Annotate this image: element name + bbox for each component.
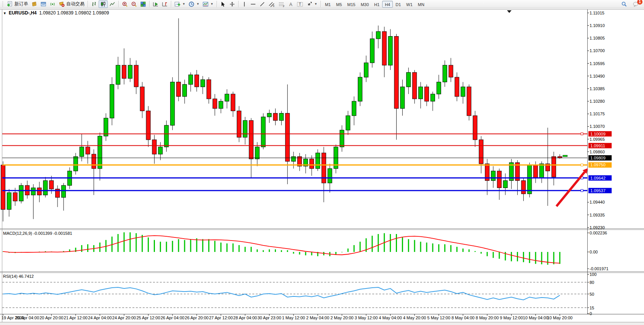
time-label: 26 Apr 04:00 (161, 315, 184, 320)
candle (430, 94, 435, 101)
market-watch-button[interactable] (39, 0, 48, 8)
text-label-button[interactable]: T (295, 0, 305, 8)
timeframe-m5[interactable]: M5 (333, 1, 344, 8)
line-chart-button[interactable] (108, 0, 117, 8)
zoom-out-button[interactable] (129, 0, 139, 8)
timeframe-h4[interactable]: H4 (382, 1, 393, 8)
macd-histogram-bar (129, 232, 131, 252)
time-label: 8 May 20:00 (476, 315, 499, 320)
separator (217, 1, 217, 7)
svg-text:1.10280: 1.10280 (590, 99, 605, 104)
symbol-ohlc: 1.09820 1.09839 1.09802 1.09809 (39, 10, 109, 16)
indicators-button[interactable]: ▼ (173, 0, 187, 8)
candle (443, 65, 447, 82)
macd-histogram-bar (287, 250, 288, 252)
candle (134, 65, 138, 87)
chart-shift-button[interactable] (160, 0, 169, 8)
timeframe-w1[interactable]: W1 (403, 1, 415, 8)
candle (62, 185, 66, 198)
svg-text:100: 100 (590, 272, 596, 277)
macd-histogram-bar (305, 252, 306, 255)
svg-text:1.10490: 1.10490 (590, 74, 605, 78)
candlestick-chart-button[interactable] (99, 0, 108, 8)
symbol-dropdown-icon[interactable]: ▼ (3, 11, 6, 15)
templates-button[interactable]: ▼ (201, 0, 215, 8)
macd-histogram-bar (396, 234, 397, 252)
candle (243, 121, 247, 137)
macd-histogram-bar (360, 242, 361, 252)
candle (316, 153, 320, 169)
search-button[interactable] (620, 0, 629, 8)
candle (558, 156, 562, 158)
periods-button[interactable]: ▼ (187, 0, 201, 8)
macd-histogram-bar (160, 242, 161, 252)
macd-histogram-bar (172, 241, 173, 252)
separator (238, 1, 239, 7)
timeframe-m30[interactable]: M30 (358, 1, 371, 8)
candle (388, 36, 392, 65)
candle (449, 65, 453, 77)
text-label-icon: T (296, 1, 303, 7)
new-order-button[interactable]: 新订单 (5, 0, 30, 8)
trendline-icon (259, 1, 265, 7)
arrows-button[interactable]: ▼ (305, 0, 319, 8)
auto-trading-button[interactable]: 自动交易 (57, 0, 86, 8)
line-handle[interactable] (581, 164, 583, 166)
candle (394, 36, 399, 108)
timeframe-h1[interactable]: H1 (371, 1, 382, 8)
chart-window[interactable]: ▼EURUSD-,H4 1.09820 1.09839 1.09802 1.09… (0, 8, 644, 325)
navigator-button[interactable] (48, 0, 57, 8)
candle (194, 75, 199, 87)
crosshair-button[interactable] (228, 0, 237, 8)
auto-scroll-button[interactable] (151, 0, 160, 8)
dropdown-caret: ▼ (210, 2, 214, 6)
toolbar-grip[interactable] (2, 1, 4, 7)
timeframe-m15[interactable]: M15 (344, 1, 358, 8)
dropdown-caret: ▼ (182, 2, 185, 6)
fibonacci-button[interactable]: F (277, 0, 287, 8)
notifications-button[interactable]: 1 (631, 0, 640, 8)
line-handle[interactable] (581, 190, 583, 192)
timeframe-m1[interactable]: M1 (322, 1, 333, 8)
vertical-line-button[interactable] (240, 0, 249, 8)
svg-text:1.09809: 1.09809 (590, 156, 606, 160)
candle (267, 113, 271, 117)
chart-canvas[interactable]: 1.100091.099111.097501.096421.095371.098… (0, 8, 644, 325)
candle (413, 72, 417, 99)
macd-histogram-bar (408, 239, 409, 252)
macd-histogram-bar (523, 252, 524, 262)
macd-histogram-bar (148, 237, 149, 252)
separator (118, 1, 119, 7)
time-label: 25 Apr 12:00 (136, 315, 160, 320)
auto-trading-label: 自动交易 (66, 1, 84, 7)
timeframe-d1[interactable]: D1 (393, 1, 403, 8)
timeframe-mn[interactable]: MN (415, 1, 427, 8)
equidistant-channel-button[interactable]: E (267, 0, 277, 8)
candle (461, 87, 465, 96)
candle (31, 188, 35, 195)
text-button[interactable]: A (287, 0, 295, 8)
macd-histogram-bar (469, 249, 470, 252)
candle (552, 156, 556, 177)
candle (425, 87, 429, 101)
candle (164, 125, 169, 147)
tile-windows-button[interactable] (139, 0, 148, 8)
macd-histogram-bar (371, 236, 373, 252)
candle (340, 130, 344, 147)
candle (98, 136, 102, 169)
macd-histogram-bar (250, 247, 252, 252)
macd-histogram-bar (281, 250, 282, 252)
macd-histogram-bar (263, 250, 264, 252)
trendline-button[interactable] (258, 0, 267, 8)
cursor-button[interactable] (218, 0, 228, 8)
line-handle[interactable] (581, 133, 583, 135)
svg-text:1.09860: 1.09860 (590, 150, 605, 154)
candle (279, 113, 284, 121)
zoom-in-button[interactable] (120, 0, 129, 8)
macd-histogram-bar (402, 237, 403, 252)
svg-text:1.10070: 1.10070 (590, 124, 605, 129)
quotes-button[interactable] (30, 0, 39, 8)
horizontal-line-button[interactable] (249, 0, 258, 8)
candlestick-chart-icon (100, 1, 106, 7)
bar-chart-button[interactable] (89, 0, 99, 8)
